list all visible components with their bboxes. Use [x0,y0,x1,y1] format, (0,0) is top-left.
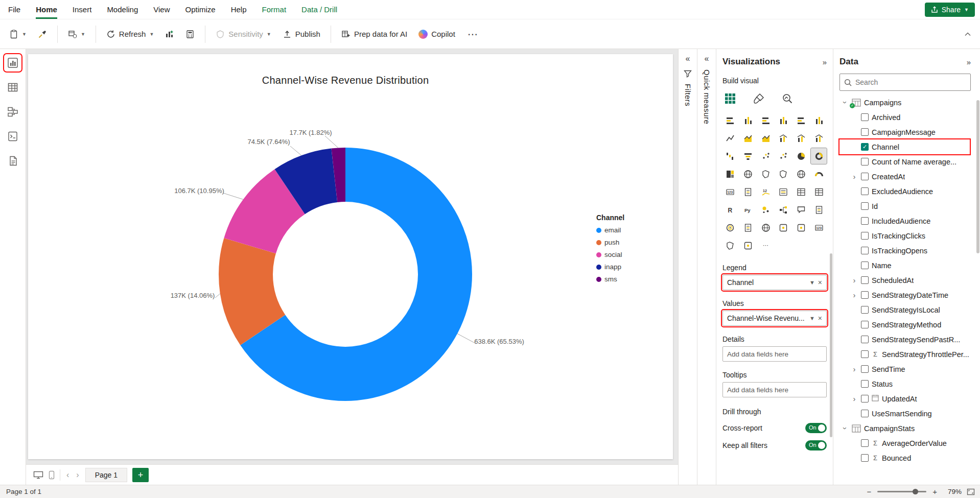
collapse-data-pane-icon[interactable]: » [967,58,971,66]
viz-icon-r-script-visual[interactable]: R [722,202,738,218]
menu-format[interactable]: Format [262,0,287,19]
viz-icon-pie-chart[interactable] [794,148,809,164]
viz-icon-metrics[interactable] [722,220,738,235]
visualizations-scrollbar[interactable] [830,253,832,437]
legend-item-email[interactable]: email [596,226,624,234]
field-CreatedAt[interactable]: ›CreatedAt [839,169,970,184]
keep-all-filters-toggle[interactable]: On [805,440,827,450]
copilot-button[interactable]: Copilot [415,27,458,42]
paste-button[interactable]: ▼ [6,27,30,42]
share-button[interactable]: Share ▼ [925,3,975,17]
legend-field-pill[interactable]: Channel ▼ × [722,275,827,290]
field-CampaignMessage[interactable]: CampaignMessage [839,125,970,139]
viz-icon-waterfall-chart[interactable] [722,148,738,164]
viz-icon-slicer[interactable] [776,184,791,200]
viz-icon-donut-chart[interactable] [811,148,827,164]
remove-field-icon[interactable]: × [818,278,822,287]
viz-icon-custom-visual-b[interactable] [740,238,756,253]
remove-field-icon[interactable]: × [818,314,822,322]
viz-icon-line-and-stacked-column-chart[interactable] [776,130,791,146]
field-checkbox[interactable] [861,291,869,299]
analytics-tab[interactable] [780,91,795,106]
prep-data-ai-button[interactable]: Prep data for AI [338,27,410,42]
dax-query-view-button[interactable] [5,129,20,144]
field-SendStrategyMethod[interactable]: SendStrategyMethod [839,317,970,332]
field-checkbox[interactable] [861,380,869,388]
viz-icon-arcgis-map[interactable] [758,220,774,235]
viz-icon-area-chart[interactable] [740,130,756,146]
viz-icon-python-visual[interactable]: Py [740,202,756,218]
legend-item-push[interactable]: push [596,239,624,246]
more-commands-button[interactable]: ⋯ [463,28,483,40]
field-SendStrategyThrottlePer[interactable]: ΣSendStrategyThrottlePer... [839,347,970,362]
legend-item-social[interactable]: social [596,251,624,258]
menu-optimize[interactable]: Optimize [185,0,216,19]
details-field-well[interactable]: Add data fields here [722,346,827,362]
field-IncludedAudience[interactable]: IncludedAudience [839,214,970,228]
field-checkbox[interactable] [861,173,869,180]
field-checkbox[interactable] [861,187,869,195]
viz-icon-q-and-a-visual[interactable] [794,202,809,218]
field-checkbox[interactable] [861,202,869,210]
field-UpdatedAt[interactable]: ›UpdatedAt [839,391,970,406]
get-data-button[interactable]: ▼ [65,27,88,42]
viz-icon-power-apps[interactable] [776,220,791,235]
viz-icon-stacked-bar-chart[interactable] [722,112,738,128]
viz-icon-shape-map[interactable] [776,166,791,182]
quick-measure-pane-label[interactable]: Quick measure [703,69,711,124]
field-Bounced[interactable]: ΣBounced [839,450,970,465]
viz-icon-more-visuals[interactable]: ⋯ [758,238,774,253]
field-ExcludedAudience[interactable]: ExcludedAudience [839,184,970,199]
cross-report-toggle[interactable]: On [805,423,827,433]
field-Count of Name average[interactable]: Count of Name average... [839,154,970,169]
viz-icon-funnel-chart[interactable] [740,148,756,164]
refresh-button[interactable]: Refresh ▼ [103,27,157,42]
field-checkbox[interactable] [861,247,869,254]
format-visual-tab[interactable] [751,91,766,106]
field-checkbox[interactable] [861,232,869,240]
field-Id[interactable]: Id [839,199,970,214]
field-IsTrackingClicks[interactable]: IsTrackingClicks [839,228,970,243]
add-page-button[interactable]: + [132,468,149,482]
field-checkbox[interactable] [861,276,869,284]
field-SendStrategyIsLocal[interactable]: SendStrategyIsLocal [839,302,970,317]
table-CampaignStats[interactable]: ›CampaignStats [839,421,970,436]
viz-icon-power-automate[interactable] [794,220,809,235]
viz-icon-gauge[interactable] [811,166,827,182]
expand-field-icon[interactable]: › [851,395,858,402]
zoom-slider[interactable] [877,491,926,492]
expand-field-icon[interactable]: › [851,173,858,180]
field-checkbox[interactable] [861,395,869,402]
chevron-down-icon[interactable]: ▼ [809,315,815,321]
expand-field-icon[interactable]: › [851,276,858,284]
menu-data-drill[interactable]: Data / Drill [301,0,337,19]
viz-icon-line-chart[interactable] [722,130,738,146]
viz-icon-card[interactable]: 123 [722,184,738,200]
field-UseSmartSending[interactable]: UseSmartSending [839,406,970,421]
tmdl-view-button[interactable] [5,153,20,169]
format-painter-button[interactable] [35,27,50,42]
viz-icon-multi-row-card[interactable] [740,184,756,200]
report-page[interactable]: Channel-Wise Revenue Distribution 638.6K… [28,54,673,459]
collapse-table-icon[interactable]: › [842,99,849,106]
report-view-button[interactable] [5,55,20,70]
chevron-down-icon[interactable]: ▼ [809,279,815,286]
viz-icon-key-influencers[interactable] [758,202,774,218]
viz-icon-line-and-clustered-column-chart[interactable] [794,130,809,146]
field-checkbox[interactable] [861,350,869,358]
field-SendTime[interactable]: ›SendTime [839,362,970,376]
field-checkbox[interactable] [861,439,869,447]
field-Status[interactable]: Status [839,376,970,391]
viz-icon-decomposition-tree[interactable] [776,202,791,218]
next-page-button[interactable]: › [75,470,80,480]
legend-item-inapp[interactable]: inapp [596,263,624,271]
field-SendStrategyDateTime[interactable]: ›SendStrategyDateTime [839,288,970,302]
viz-icon-100-stacked-bar-chart[interactable] [794,112,809,128]
publish-button[interactable]: Publish [279,27,323,42]
viz-icon-dot-plot-chart[interactable] [776,148,791,164]
expand-field-icon[interactable]: › [851,291,858,299]
viz-icon-custom-visual-a[interactable] [722,238,738,253]
field-checkbox[interactable] [861,306,869,314]
viz-icon-stacked-area-chart[interactable] [758,130,774,146]
field-Name[interactable]: Name [839,258,970,273]
